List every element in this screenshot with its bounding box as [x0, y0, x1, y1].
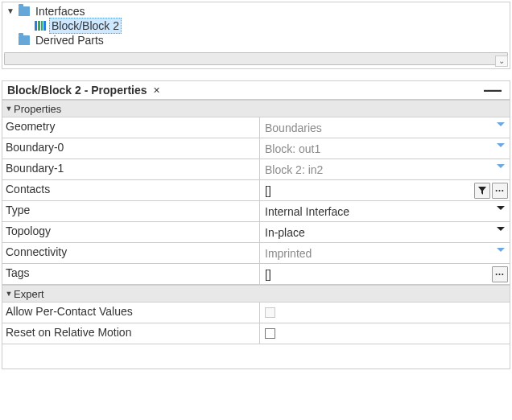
- chevron-down-icon[interactable]: ▼: [4, 104, 14, 113]
- prop-value-connectivity[interactable]: Imprinted: [260, 243, 510, 263]
- section-expert-label: Expert: [14, 288, 44, 300]
- chevron-down-icon[interactable]: [497, 164, 505, 168]
- prop-label: Connectivity: [2, 243, 260, 263]
- chevron-down-icon[interactable]: [497, 227, 505, 231]
- section-properties[interactable]: ▼ Properties: [2, 100, 510, 117]
- tree-node-derived-parts[interactable]: Derived Parts: [6, 33, 506, 47]
- prop-label: Reset on Relative Motion: [2, 323, 260, 344]
- prop-row-topology: Topology In-place: [2, 222, 510, 243]
- value-text: In-place: [265, 226, 305, 239]
- value-text: Boundaries: [265, 121, 322, 134]
- tree: ▼ Interfaces Block/Block 2 Derived Parts: [2, 2, 510, 49]
- prop-label: Boundary-1: [2, 159, 260, 179]
- prop-value-tags[interactable]: [] …: [260, 264, 510, 284]
- folder-icon: [19, 6, 30, 16]
- properties-panel: Block/Block 2 - Properties × — ▼ Propert…: [2, 80, 510, 369]
- prop-label: Allow Per-Contact Values: [2, 303, 260, 323]
- prop-row-boundary1: Boundary-1 Block 2: in2: [2, 159, 510, 180]
- prop-row-reset-relative-motion: Reset on Relative Motion: [2, 323, 510, 344]
- interface-icon: [35, 21, 46, 31]
- value-text: []: [265, 184, 271, 197]
- chevron-down-icon[interactable]: [497, 143, 505, 147]
- prop-value-topology[interactable]: In-place: [260, 222, 510, 242]
- prop-label: Topology: [2, 222, 260, 242]
- prop-value-contacts[interactable]: [] …: [260, 180, 510, 200]
- chevron-down-icon[interactable]: [497, 122, 505, 126]
- value-text: []: [265, 268, 271, 281]
- section-expert[interactable]: ▼ Expert: [2, 285, 510, 303]
- svg-marker-0: [478, 187, 486, 195]
- tree-footer-bar: [4, 52, 508, 65]
- prop-label: Type: [2, 201, 260, 221]
- prop-label: Boundary-0: [2, 138, 260, 159]
- chevron-down-icon[interactable]: [497, 248, 505, 252]
- prop-row-geometry: Geometry Boundaries: [2, 117, 510, 138]
- folder-icon: [19, 35, 30, 45]
- value-text: Block: out1: [265, 142, 320, 155]
- tree-label-selected: Block/Block 2: [49, 18, 122, 34]
- tree-node-block-block2[interactable]: Block/Block 2: [6, 19, 506, 33]
- filter-icon: [478, 187, 486, 195]
- section-properties-label: Properties: [14, 103, 61, 115]
- value-text: Internal Interface: [265, 205, 349, 218]
- tree-node-interfaces[interactable]: ▼ Interfaces: [6, 4, 506, 19]
- chevron-down-icon[interactable]: [497, 206, 505, 210]
- filter-button[interactable]: [474, 183, 490, 199]
- prop-row-boundary0: Boundary-0 Block: out1: [2, 138, 510, 159]
- minimize-icon[interactable]: —: [484, 87, 503, 93]
- prop-row-contacts: Contacts [] …: [2, 180, 510, 201]
- panel-title: Block/Block 2 - Properties: [7, 84, 147, 97]
- prop-row-tags: Tags [] …: [2, 264, 510, 285]
- chevron-down-icon[interactable]: ▼: [4, 289, 14, 299]
- tree-collapse-icon[interactable]: ▼: [6, 6, 15, 16]
- tree-label-derived-parts: Derived Parts: [33, 33, 106, 47]
- prop-value-reset-relative-motion[interactable]: [260, 323, 510, 344]
- prop-row-connectivity: Connectivity Imprinted: [2, 243, 510, 264]
- checkbox[interactable]: [265, 328, 275, 339]
- value-text: Block 2: in2: [265, 163, 323, 176]
- value-text: Imprinted: [265, 247, 312, 260]
- prop-row-type: Type Internal Interface: [2, 201, 510, 222]
- tree-label-interfaces: Interfaces: [33, 4, 87, 19]
- prop-label: Tags: [2, 264, 260, 284]
- prop-label: Contacts: [2, 180, 260, 200]
- tree-panel: ▼ Interfaces Block/Block 2 Derived Parts…: [2, 2, 510, 69]
- prop-row-allow-per-contact: Allow Per-Contact Values: [2, 303, 510, 323]
- prop-value-boundary1[interactable]: Block 2: in2: [260, 159, 510, 179]
- close-icon[interactable]: ×: [150, 84, 163, 97]
- prop-value-boundary0[interactable]: Block: out1: [260, 138, 510, 159]
- prop-label: Geometry: [2, 117, 260, 138]
- ellipsis-button[interactable]: …: [492, 266, 508, 282]
- prop-value-allow-per-contact: [260, 303, 510, 323]
- checkbox: [265, 307, 275, 318]
- prop-value-type[interactable]: Internal Interface: [260, 201, 510, 221]
- scroll-down-icon[interactable]: ⌄: [495, 56, 508, 67]
- properties-header: Block/Block 2 - Properties × —: [2, 81, 510, 100]
- ellipsis-button[interactable]: …: [492, 183, 508, 199]
- prop-value-geometry[interactable]: Boundaries: [260, 117, 510, 138]
- panel-empty-space: [2, 344, 510, 369]
